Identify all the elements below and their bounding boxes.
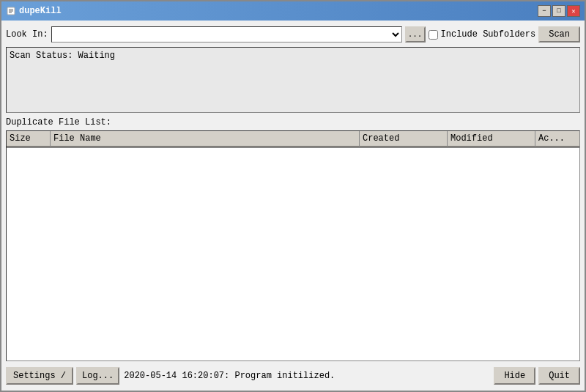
close-button[interactable]: ✕ xyxy=(567,5,580,17)
file-list-body xyxy=(7,148,579,360)
window-body: Look In: ... Include Subfolders Scan Sca… xyxy=(1,21,585,391)
app-icon xyxy=(6,6,16,16)
status-bar: Settings / Log... 2020-05-14 16:20:07: P… xyxy=(6,366,580,386)
window-controls: − □ ✕ xyxy=(538,5,580,17)
app-title: dupeKill xyxy=(19,6,62,16)
file-list-container: Size File Name Created Modified Ac... xyxy=(6,130,580,361)
scan-button[interactable]: Scan xyxy=(538,26,580,42)
log-button[interactable]: Log... xyxy=(76,367,119,385)
status-text: 2020-05-14 16:20:07: Program initilized. xyxy=(119,371,491,381)
look-in-label: Look In: xyxy=(6,29,48,40)
include-subfolders-label: Include Subfolders xyxy=(441,29,536,40)
look-in-dropdown[interactable] xyxy=(51,26,402,42)
settings-button[interactable]: Settings / xyxy=(6,367,73,385)
quit-button[interactable]: Quit xyxy=(538,367,580,385)
browse-button[interactable]: ... xyxy=(405,26,426,42)
col-header-size[interactable]: Size xyxy=(7,131,51,147)
col-header-ac[interactable]: Ac... xyxy=(535,131,579,147)
col-header-modified[interactable]: Modified xyxy=(448,131,535,147)
include-subfolders-checkbox[interactable] xyxy=(429,30,438,40)
scan-status-area: Scan Status: Waiting xyxy=(6,47,580,113)
maximize-button[interactable]: □ xyxy=(552,5,565,17)
main-window: dupeKill − □ ✕ Look In: ... Include Subf… xyxy=(0,0,586,392)
title-bar: dupeKill − □ ✕ xyxy=(1,1,585,21)
file-list-header: Size File Name Created Modified Ac... xyxy=(7,131,579,148)
minimize-button[interactable]: − xyxy=(538,5,551,17)
toolbar: Look In: ... Include Subfolders Scan xyxy=(6,25,580,44)
duplicate-file-list-label: Duplicate File List: xyxy=(6,117,580,127)
col-header-created[interactable]: Created xyxy=(360,131,448,147)
col-header-filename[interactable]: File Name xyxy=(51,131,360,147)
hide-button[interactable]: Hide xyxy=(494,367,535,385)
include-subfolders-area: Include Subfolders xyxy=(429,29,536,40)
scan-status-text: Scan Status: Waiting xyxy=(10,51,115,61)
